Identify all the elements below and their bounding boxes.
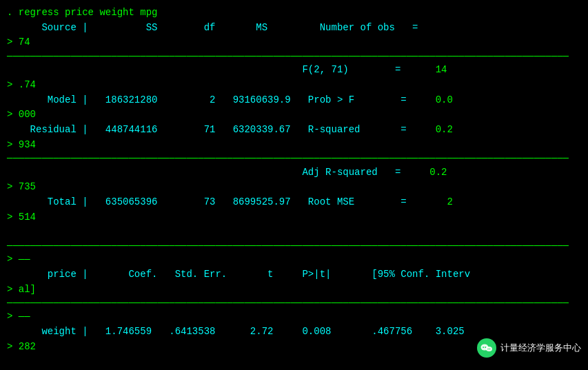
svg-point-2 xyxy=(485,347,486,348)
model-label: Model | 186321280 2 93160639.9 Prob > F … xyxy=(7,93,407,108)
weight-label: weight | 1.746559 .6413538 2.72 0.008 .4… xyxy=(7,325,465,340)
command-text: . regress price weight mpg xyxy=(7,6,157,21)
divider-3: ────────────────────────────────────────… xyxy=(7,240,581,252)
divider-2: ────────────────────────────────────────… xyxy=(7,152,581,165)
adjr-label: Adj R-squared = xyxy=(7,165,401,181)
watermark-text: 计量经济学服务中心 xyxy=(500,342,581,354)
coef-header-row: price | Coef. Std. Err. t P>|t| [95% Con… xyxy=(7,267,581,282)
prompt-blank-2: > —— xyxy=(7,309,581,325)
prompt-adjr: > 735 xyxy=(7,180,36,195)
obs-val-line: > 74 xyxy=(7,35,581,50)
model-val-cont: > 000 xyxy=(7,107,581,123)
residual-label: Residual | 448744116 71 6320339.67 R-squ… xyxy=(7,123,407,138)
wechat-icon xyxy=(477,338,496,358)
svg-point-3 xyxy=(486,347,492,351)
svg-point-5 xyxy=(489,349,491,350)
total-val-cont: > 514 xyxy=(7,210,581,225)
residual-row: Residual | 448744116 71 6320339.67 R-squ… xyxy=(7,123,581,138)
model-row: Model | 186321280 2 93160639.9 Prob > F … xyxy=(7,93,581,108)
adjr-val-cont: > 735 xyxy=(7,180,581,195)
watermark: 计量经济学服务中心 xyxy=(477,338,581,358)
divider-1: ────────────────────────────────────────… xyxy=(7,50,581,63)
prompt-model: > 000 xyxy=(7,107,36,123)
weight-val: > 282 xyxy=(7,340,36,355)
prompt-gt: > 74 xyxy=(7,35,30,50)
model-val: 0.0 xyxy=(407,93,453,108)
f-val-cont: > .74 xyxy=(7,78,581,93)
coef-header-label: price | Coef. Std. Err. t P>|t| [95% Con… xyxy=(7,267,470,282)
prompt-total: > 514 xyxy=(7,210,36,225)
adjr-row: Adj R-squared = 0.2 xyxy=(7,165,581,181)
svg-point-4 xyxy=(487,349,489,350)
terminal: . regress price weight mpg Source | SS d… xyxy=(0,0,588,370)
adjr-val: 0.2 xyxy=(401,165,447,181)
header-row: Source | SS df MS Number of obs = xyxy=(7,21,581,36)
coef-header-val: > al] xyxy=(7,282,36,298)
f-val: 14 xyxy=(401,63,447,78)
prompt-res: > 934 xyxy=(7,138,36,153)
coef-header-cont: > al] xyxy=(7,282,581,298)
residual-val-cont: > 934 xyxy=(7,138,581,153)
total-val: 2 xyxy=(407,195,453,210)
prompt-blank-1: > —— xyxy=(7,252,581,267)
command-line: . regress price weight mpg xyxy=(7,6,581,21)
divider-4: ────────────────────────────────────────… xyxy=(7,297,581,309)
weight-row: weight | 1.746559 .6413538 2.72 0.008 .4… xyxy=(7,325,581,340)
svg-point-1 xyxy=(483,347,484,348)
total-label: Total | 635065396 73 8699525.97 Root MSE… xyxy=(7,195,407,210)
f-stat-label: F(2, 71) = xyxy=(7,63,401,78)
prompt-dashes-2: > —— xyxy=(7,309,30,325)
total-row: Total | 635065396 73 8699525.97 Root MSE… xyxy=(7,195,581,210)
prompt-fval: > .74 xyxy=(7,78,36,93)
spacer-1 xyxy=(7,225,581,240)
prompt-dashes: > —— xyxy=(7,252,30,267)
header-left: Source | SS df MS Number of obs = xyxy=(7,21,418,36)
f-row: F(2, 71) = 14 xyxy=(7,63,581,78)
residual-val: 0.2 xyxy=(407,123,453,138)
